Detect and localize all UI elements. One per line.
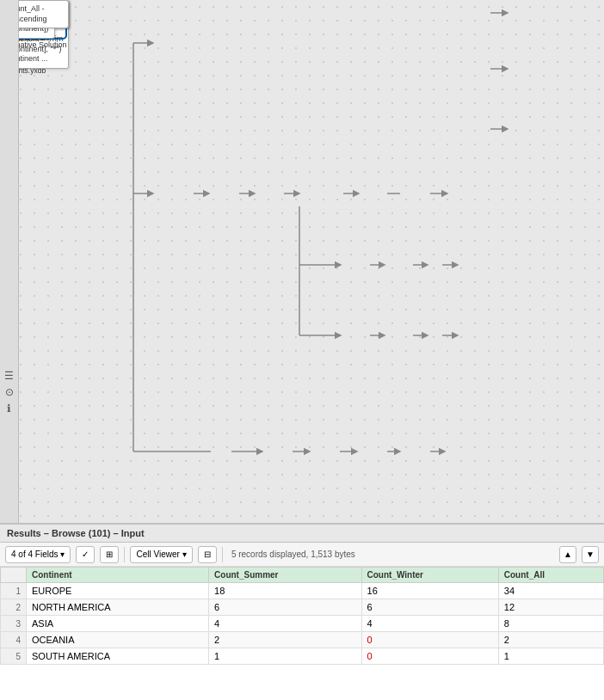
side-icon-1[interactable]: ☰ [4,370,14,382]
fields-label: 4 of 4 Fields [11,550,58,559]
cell-rownum: 1 [1,583,27,599]
cell-continent: EUROPE [27,583,209,599]
side-icon-2[interactable]: ⊙ [5,386,14,398]
results-header: Results – Browse (101) – Input [0,525,604,543]
down-arrow-icon: ▼ [586,550,595,559]
table-row[interactable]: 2NORTH AMERICA6612 [1,599,604,616]
cell-count-winter: 16 [361,583,498,599]
check-mark-icon: ✓ [82,550,89,559]
cell-continent: OCEANIA [27,632,209,648]
col-header-continent[interactable]: Continent [27,568,209,583]
cell-viewer-label: Cell Viewer [136,550,179,559]
cell-count-summer: 6 [209,599,361,616]
toolbar-divider-1 [124,547,125,562]
filter-icon: ⊟ [204,550,211,559]
cell-count-all: 12 [498,599,603,616]
copy-icon-btn[interactable]: ⊞ [100,546,119,563]
side-icon-3[interactable]: ℹ [7,402,11,414]
results-toolbar: 4 of 4 Fields ▾ ✓ ⊞ Cell Viewer ▾ ⊟ 5 re… [0,543,604,567]
cell-count-summer: 2 [209,632,361,648]
results-panel: Results – Browse (101) – Input 4 of 4 Fi… [0,523,604,700]
cell-count-summer: 1 [209,648,361,665]
data-table[interactable]: Continent Count_Summer Count_Winter Coun… [0,567,604,700]
connection-lines [0,0,604,523]
table-row[interactable]: 5SOUTH AMERICA101 [1,648,604,665]
cell-count-all: 2 [498,632,603,648]
cell-count-summer: 4 [209,616,361,632]
toolbar-divider-2 [222,547,223,562]
table-row[interactable]: 3ASIA448 [1,616,604,632]
cell-continent: SOUTH AMERICA [27,648,209,665]
up-arrow-icon: ▲ [564,550,572,559]
cell-count-winter: 0 [361,632,498,648]
scroll-up-button[interactable]: ▲ [559,546,576,563]
chevron-down-icon-2: ▾ [182,550,187,559]
cell-count-all: 8 [498,616,603,632]
cell-count-winter: 6 [361,599,498,616]
records-info: 5 records displayed, 1,513 bytes [231,550,355,559]
cell-count-winter: 4 [361,616,498,632]
cell-continent: NORTH AMERICA [27,599,209,616]
table-row[interactable]: 1EUROPE181634 [1,583,604,599]
cell-rownum: 2 [1,599,27,616]
cell-rownum: 3 [1,616,27,632]
scroll-down-button[interactable]: ▼ [582,546,599,563]
col-header-rownum [1,568,27,583]
filter-icon-btn[interactable]: ⊟ [198,546,217,563]
chevron-down-icon: ▾ [60,550,65,559]
table-row[interactable]: 4OCEANIA202 [1,632,604,648]
fields-button[interactable]: 4 of 4 Fields ▾ [5,546,71,563]
copy-icon: ⊞ [106,550,113,559]
workflow-canvas[interactable]: 📖 🔭 📖 🔭 📖 🔭 📖 Olympics_contin ents.yxdb … [0,0,604,523]
cell-viewer-button[interactable]: Cell Viewer ▾ [130,546,192,563]
cell-count-summer: 18 [209,583,361,599]
cell-rownum: 4 [1,632,27,648]
col-header-count-all[interactable]: Count_All [498,568,603,583]
cell-count-winter: 0 [361,648,498,665]
col-header-count-summer[interactable]: Count_Summer [209,568,361,583]
results-title: Results – Browse (101) – Input [7,528,145,538]
cell-count-all: 1 [498,648,603,665]
check-icon-btn[interactable]: ✓ [76,546,95,563]
cell-count-all: 34 [498,583,603,599]
results-table: Continent Count_Summer Count_Winter Coun… [0,567,604,665]
col-header-count-winter[interactable]: Count_Winter [361,568,498,583]
cell-rownum: 5 [1,648,27,665]
cell-continent: ASIA [27,616,209,632]
